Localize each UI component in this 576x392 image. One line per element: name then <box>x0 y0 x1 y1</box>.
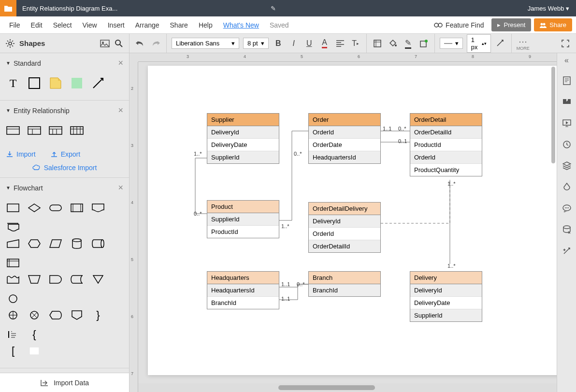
import-data-button[interactable]: Import Data <box>0 373 129 392</box>
page[interactable]: Supplier DeliveryId DeliveryDate Supplie… <box>148 66 557 375</box>
fc-merge[interactable] <box>91 273 105 286</box>
menu-view[interactable]: View <box>77 18 102 32</box>
fullscreen-icon[interactable] <box>560 38 571 49</box>
search-icon[interactable] <box>115 39 123 48</box>
page-icon[interactable] <box>562 75 572 86</box>
close-icon[interactable]: × <box>118 105 123 116</box>
er-shape-1[interactable] <box>6 124 20 137</box>
user-menu[interactable]: James Webb ▾ <box>521 5 576 12</box>
note-shape[interactable] <box>48 77 63 89</box>
panel-standard-header[interactable]: ▼Standard× <box>0 53 129 73</box>
present-icon[interactable] <box>562 118 572 129</box>
share-button[interactable]: Share <box>534 18 572 31</box>
entity-orderdetaildelivery[interactable]: OrderDetailDelivery DeliveryId OrderId O… <box>308 202 381 253</box>
menu-select[interactable]: Select <box>48 18 77 32</box>
menu-arrange[interactable]: Arrange <box>130 18 165 32</box>
canvas[interactable]: Supplier DeliveryId DeliveryDate Supplie… <box>138 62 557 383</box>
text-shape[interactable]: T <box>6 77 20 89</box>
fc-brace-close[interactable]: } <box>91 309 105 321</box>
line-width-select[interactable]: 1 px ▴▾ <box>467 34 491 53</box>
fc-paper[interactable] <box>6 273 20 286</box>
entity-product[interactable]: Product SupplierId ProductId <box>207 200 279 238</box>
feature-find[interactable]: Feature Find <box>429 21 489 29</box>
menu-file[interactable]: File <box>4 18 26 32</box>
menu-insert[interactable]: Insert <box>102 18 130 32</box>
line-options-icon[interactable] <box>495 38 506 49</box>
menu-whatsnew[interactable]: What's New <box>218 18 264 32</box>
align-icon[interactable] <box>334 38 346 49</box>
menu-edit[interactable]: Edit <box>26 18 48 32</box>
italic-icon[interactable]: I <box>288 38 300 49</box>
fc-or[interactable] <box>6 309 20 321</box>
fontsize-select[interactable]: 8 pt ▾ <box>243 38 269 49</box>
fc-directdata[interactable] <box>91 237 105 250</box>
fc-terminator[interactable] <box>48 202 63 214</box>
border-color-icon[interactable]: ✎ <box>403 38 414 49</box>
gear-icon[interactable] <box>6 39 14 48</box>
entity-branch[interactable]: Branch BranchId <box>308 271 381 297</box>
collapse-rail-icon[interactable]: « <box>564 56 569 65</box>
panel-flowchart-header[interactable]: ▼Flowchart× <box>0 178 129 198</box>
er-shape-3[interactable] <box>48 124 63 137</box>
shape-options-icon[interactable] <box>418 38 430 49</box>
text-color-icon[interactable]: A <box>319 38 331 49</box>
entity-orderdetail[interactable]: OrderDetail OrderDetailId ProductId Orde… <box>410 113 482 176</box>
shape-fill-icon[interactable] <box>372 38 383 49</box>
fc-bracket[interactable]: [ <box>6 345 20 357</box>
fc-display[interactable] <box>48 309 63 321</box>
close-icon[interactable]: × <box>118 183 123 193</box>
fc-swatch[interactable] <box>27 345 42 357</box>
fc-multidoc[interactable] <box>6 221 20 233</box>
edit-title-icon[interactable]: ✎ <box>271 5 276 12</box>
entity-order[interactable]: Order OrderId OrderDate HeadquartersId <box>308 113 381 164</box>
horizontal-scrollbar[interactable] <box>138 383 557 392</box>
vertical-scrollbar[interactable] <box>550 62 557 207</box>
folder-icon[interactable] <box>0 0 16 16</box>
fc-database[interactable] <box>70 237 84 250</box>
history-icon[interactable] <box>562 139 572 150</box>
menu-help[interactable]: Help <box>193 18 218 32</box>
fc-sum[interactable] <box>27 309 42 321</box>
er-shape-2[interactable] <box>27 124 42 137</box>
line-shape[interactable] <box>91 77 105 89</box>
export-link[interactable]: Export <box>50 150 80 158</box>
bold-icon[interactable]: B <box>273 38 284 49</box>
comment-icon[interactable] <box>562 97 572 107</box>
fc-internal[interactable] <box>6 257 20 269</box>
entity-supplier[interactable]: Supplier DeliveryId DeliveryDate Supplie… <box>207 113 279 164</box>
document-title[interactable]: Entity Relationship Diagram Exa... <box>16 5 273 12</box>
fc-manual[interactable] <box>27 273 42 286</box>
import-link[interactable]: Import <box>6 150 36 158</box>
font-select[interactable]: Liberation Sans▾ <box>172 38 239 49</box>
fc-manual-input[interactable] <box>6 237 20 250</box>
entity-headquarters[interactable]: Headquarters HeadquartersId BranchId <box>207 271 279 309</box>
block-shape[interactable] <box>27 77 42 89</box>
redo-icon[interactable] <box>150 38 161 49</box>
fc-predef[interactable] <box>70 202 84 214</box>
fc-preparation[interactable] <box>27 237 42 250</box>
magic-icon[interactable] <box>562 246 572 256</box>
fc-data[interactable] <box>48 237 63 250</box>
fc-delay[interactable] <box>48 273 63 286</box>
fc-stored[interactable] <box>70 273 84 286</box>
theme-icon[interactable] <box>562 182 572 192</box>
close-icon[interactable]: × <box>118 58 123 68</box>
data-icon[interactable] <box>562 224 572 235</box>
fc-connector[interactable] <box>6 292 20 305</box>
fc-offpage[interactable] <box>70 309 84 321</box>
more-button[interactable]: ⋯MORE <box>517 36 530 51</box>
hotspot-shape[interactable] <box>70 77 84 89</box>
layers-icon[interactable] <box>562 160 572 171</box>
undo-icon[interactable] <box>134 38 146 49</box>
fc-document[interactable] <box>91 202 105 214</box>
fill-icon[interactable] <box>387 38 399 49</box>
image-icon[interactable] <box>100 40 110 47</box>
present-button[interactable]: ▸ Present <box>491 18 531 31</box>
fc-brace-open[interactable]: { <box>27 328 42 341</box>
text-options-icon[interactable]: T▸ <box>350 38 361 49</box>
chat-icon[interactable] <box>562 203 572 214</box>
fc-process[interactable] <box>6 202 20 214</box>
fc-note[interactable] <box>6 328 20 341</box>
panel-er-header[interactable]: ▼Entity Relationship× <box>0 101 129 120</box>
menu-share[interactable]: Share <box>165 18 193 32</box>
